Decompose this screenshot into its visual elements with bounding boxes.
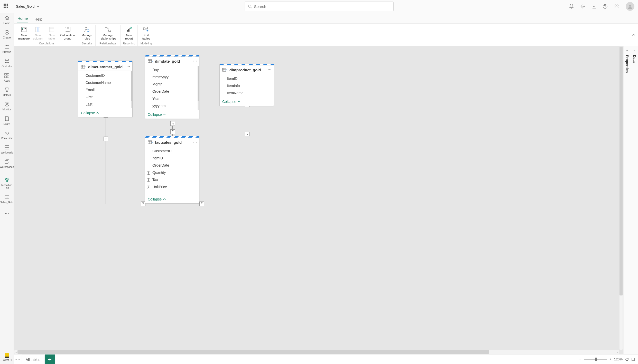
field-row[interactable]: mmmyyyy: [145, 73, 199, 81]
nav-workspaces[interactable]: Workspaces: [0, 159, 14, 168]
ribbon-collapse-button[interactable]: [632, 34, 635, 36]
zoom-in-button[interactable]: +: [609, 357, 612, 361]
new-table-button[interactable]: New table: [45, 25, 59, 41]
field-row[interactable]: CustomerID: [78, 72, 132, 79]
collapse-button[interactable]: Collapse: [145, 191, 199, 203]
field-row[interactable]: ItemInfo: [220, 82, 274, 89]
calculation-group-button[interactable]: Calculation group: [59, 25, 77, 41]
tab-help[interactable]: Help: [34, 14, 43, 23]
table-card-factsales[interactable]: factsales_gold ⋯ CustomerID ItemID Order…: [145, 136, 199, 204]
properties-pane-toggle[interactable]: « Properties: [623, 46, 631, 354]
table-card-dimproduct[interactable]: dimproduct_gold ⋯ ItemID ItemInfo ItemNa…: [219, 64, 274, 106]
nav-realtime[interactable]: Real-Time: [0, 130, 14, 140]
cardinality-many[interactable]: *: [199, 202, 204, 206]
powerbi-brand[interactable]: Power BI: [0, 353, 14, 361]
scroll-thumb[interactable]: [619, 47, 623, 295]
new-report-button[interactable]: New report: [122, 25, 136, 41]
collapse-button[interactable]: Collapse: [78, 109, 132, 117]
manage-roles-button[interactable]: Manage roles: [80, 25, 94, 41]
field-row[interactable]: yyyymm: [145, 102, 199, 109]
table-more-button[interactable]: ⋯: [126, 65, 130, 69]
scroll-right-icon[interactable]: ▸: [616, 350, 619, 354]
cardinality-many[interactable]: *: [170, 129, 175, 134]
filter-direction-icon[interactable]: ▾: [104, 137, 108, 141]
scroll-thumb[interactable]: [17, 350, 489, 354]
tab-home[interactable]: Home: [17, 14, 28, 23]
field-row[interactable]: ItemName: [220, 89, 274, 97]
edit-tables-button[interactable]: Edit tables: [139, 25, 153, 41]
nav-metrics[interactable]: Metrics: [0, 87, 14, 97]
table-card-dimcustomer[interactable]: dimcustomer_gold ⋯ CustomerID CustomerNa…: [78, 61, 133, 117]
manage-relationships-button[interactable]: Manage relationships: [97, 25, 119, 41]
field-row[interactable]: ItemID: [220, 75, 274, 82]
field-scrollbar[interactable]: [131, 71, 132, 108]
zoom-slider[interactable]: [584, 359, 607, 360]
svg-rect-14: [5, 146, 9, 147]
field-row[interactable]: ItemID: [145, 155, 199, 162]
search-input[interactable]: [254, 4, 390, 9]
nav-workloads[interactable]: Workloads: [0, 144, 14, 154]
field-row[interactable]: ∑Quantity: [145, 169, 199, 176]
field-row[interactable]: First: [78, 93, 132, 101]
new-column-button[interactable]: New column: [31, 25, 45, 41]
filter-direction-icon[interactable]: ◂: [170, 121, 175, 126]
relationship-line[interactable]: [200, 204, 247, 204]
refresh-icon[interactable]: [625, 358, 629, 361]
table-card-dimdate[interactable]: dimdate_gold ⋯ Day mmmyyyy Month OrderDa…: [145, 55, 199, 119]
new-measure-button[interactable]: New measure: [17, 25, 31, 41]
sheet-tab-all-tables[interactable]: All tables: [22, 355, 45, 364]
app-launcher-icon[interactable]: [4, 4, 9, 9]
nav-monitor[interactable]: Monitor: [0, 101, 14, 111]
relationship-line[interactable]: [106, 115, 106, 204]
table-more-button[interactable]: ⋯: [268, 68, 272, 72]
data-pane-toggle[interactable]: « Data: [631, 46, 638, 354]
next-sheet-icon[interactable]: ▸: [19, 358, 20, 361]
field-row[interactable]: Email: [78, 86, 132, 93]
nav-create[interactable]: Create: [0, 29, 14, 39]
pinned-medallion-lab[interactable]: Medallion Lab: [0, 177, 14, 189]
scroll-left-icon[interactable]: ◂: [14, 350, 17, 354]
nav-browse[interactable]: Browse: [0, 44, 14, 53]
field-row[interactable]: Last: [78, 101, 132, 108]
table-more-button[interactable]: ⋯: [193, 59, 197, 63]
collapse-button[interactable]: Collapse: [220, 98, 274, 106]
field-row[interactable]: OrderDate: [145, 88, 199, 95]
prev-sheet-icon[interactable]: ◂: [15, 358, 17, 361]
zoom-out-button[interactable]: −: [579, 357, 581, 361]
collapse-button[interactable]: Collapse: [145, 110, 199, 119]
field-scrollbar[interactable]: [198, 66, 199, 110]
relationship-line[interactable]: [247, 105, 247, 204]
field-row[interactable]: CustomerName: [78, 79, 132, 86]
add-layout-tab-button[interactable]: [45, 355, 55, 364]
field-row[interactable]: ∑Tax: [145, 176, 199, 183]
user-avatar[interactable]: [626, 2, 634, 11]
nav-apps[interactable]: Apps: [0, 72, 14, 82]
nav-home[interactable]: Home: [0, 15, 14, 25]
fit-to-screen-icon[interactable]: [631, 358, 635, 361]
nav-learn[interactable]: Learn: [0, 116, 14, 125]
field-row[interactable]: Year: [145, 95, 199, 102]
field-row[interactable]: OrderDate: [145, 162, 199, 169]
filter-direction-icon[interactable]: ▾: [245, 132, 249, 136]
nav-onelake[interactable]: OneLake: [0, 58, 14, 68]
relationship-line[interactable]: [106, 204, 145, 204]
scroll-down-icon[interactable]: ▾: [619, 347, 623, 350]
table-more-button[interactable]: ⋯: [193, 140, 197, 144]
canvas-horizontal-scrollbar[interactable]: ◂ ▸: [14, 350, 619, 354]
pinned-sales-gold[interactable]: Sales_Gold: [0, 194, 14, 204]
feedback-icon[interactable]: [614, 4, 619, 9]
field-row[interactable]: Day: [145, 66, 199, 73]
field-row[interactable]: Month: [145, 81, 199, 88]
search-box[interactable]: [245, 2, 394, 11]
workspace-item-dropdown[interactable]: Sales_Gold: [16, 4, 40, 8]
zoom-percent[interactable]: 120%: [614, 357, 623, 361]
notifications-icon[interactable]: [569, 4, 574, 9]
nav-more-button[interactable]: …: [5, 210, 9, 215]
help-icon[interactable]: [603, 4, 607, 9]
field-row[interactable]: CustomerID: [145, 147, 199, 155]
model-canvas[interactable]: 1 ▾ * 1 ◂ * 1 ▾ * dimcustomer_gold: [14, 46, 623, 354]
field-row[interactable]: ∑UnitPrice: [145, 183, 199, 190]
settings-gear-icon[interactable]: [580, 4, 585, 9]
download-icon[interactable]: [592, 4, 596, 9]
canvas-vertical-scrollbar[interactable]: ▴ ▾: [619, 47, 623, 350]
